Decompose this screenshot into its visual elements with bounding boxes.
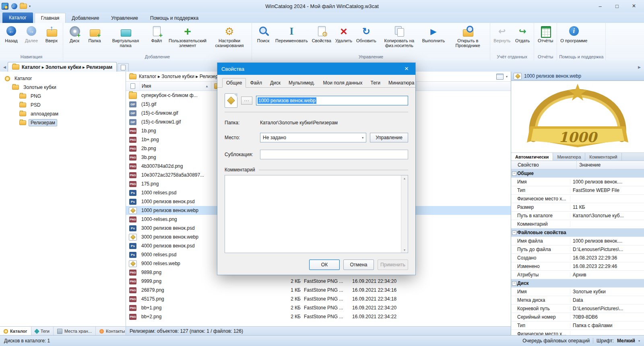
dialog-tab[interactable]: Мультимед.	[285, 78, 319, 88]
file-row[interactable]: PNG 9999.png 2 КБ FastStone PNG ... 16.0…	[126, 277, 511, 286]
dialog-close-button[interactable]: ×	[398, 63, 415, 75]
ribbon-button[interactable]: Отдать	[512, 24, 533, 44]
property-row[interactable]: Путь в каталоге Каталог\Золотые куб...	[511, 212, 644, 220]
ribbon-button[interactable]: Открыть в Проводнике	[447, 24, 489, 49]
ribbon-button[interactable]: Папка	[85, 24, 105, 44]
comment-scrollbar[interactable]: ▲ ▼	[401, 175, 408, 253]
dialog-tab[interactable]: Мои поля данных	[319, 78, 366, 88]
ribbon-button[interactable]: Удалить	[333, 24, 354, 44]
apply-button[interactable]: Применить	[378, 260, 408, 270]
property-row[interactable]: Тип Папка с файлами	[511, 321, 644, 330]
property-row[interactable]: Физическое место х...	[511, 195, 644, 203]
ribbon-tab[interactable]: Добавление	[66, 13, 105, 23]
tree-item[interactable]: аплоадерам	[0, 109, 126, 118]
left-panel-tab[interactable]: Места хран...	[54, 327, 96, 336]
ribbon-button[interactable]: Обновить	[354, 24, 378, 44]
ribbon-button[interactable]: Файл	[147, 24, 167, 44]
property-row[interactable]: Корневой путь D:\Lenouser\Pictures\...	[511, 305, 644, 313]
ribbon-button[interactable]: Вверх	[41, 24, 62, 44]
document-tab[interactable]: Каталог ▸ Золотые кубки ▸ Релизерам	[8, 62, 117, 72]
file-row[interactable]: PNG 26879.png 1 КБ FastStone PNG ... 16.…	[126, 286, 511, 295]
tree-item[interactable]: Каталог	[0, 74, 126, 83]
file-operations-queue[interactable]: Очередь файловых операций	[522, 338, 590, 344]
ribbon-button[interactable]: Поиск	[253, 24, 273, 44]
ribbon-button[interactable]: Диск	[64, 24, 85, 44]
property-row[interactable]: Физическое место х...	[511, 330, 644, 336]
file-row[interactable]: PNG bb+2.png 2 КБ FastStone PNG ... 16.0…	[126, 312, 511, 321]
browse-button[interactable]: ···	[241, 97, 252, 105]
property-row[interactable]: Имя 1000 релизов венок....	[511, 178, 644, 186]
tab-scroll-left-icon[interactable]: ◀	[2, 65, 8, 72]
ribbon-button[interactable]: Копировать на физ.носитель	[378, 24, 420, 49]
property-row[interactable]: Изменено 16.08.2023 22:29:46	[511, 262, 644, 271]
cancel-button[interactable]: Отмена	[343, 260, 374, 270]
property-row[interactable]: Комментарий	[511, 220, 644, 229]
ribbon-button[interactable]: Настройки сканирования	[208, 24, 250, 49]
ribbon-button[interactable]: Далее	[21, 24, 41, 44]
property-row[interactable]: Атрибуты Архив	[511, 271, 644, 279]
property-row[interactable]: Имя файла 1000 релизов венок....	[511, 237, 644, 245]
property-row[interactable]: Имя Золотые кубки	[511, 288, 644, 296]
qat-caret-icon[interactable]: ▾	[29, 4, 31, 8]
ribbon-tab[interactable]: Управление	[105, 13, 144, 23]
ribbon-button[interactable]: Назад	[1, 24, 21, 44]
tab-scroll-right-icon[interactable]: ▶	[636, 65, 642, 72]
sublocation-input[interactable]	[260, 150, 408, 159]
property-row[interactable]: Общие	[511, 169, 644, 178]
dialog-tab[interactable]: Диск	[266, 78, 285, 88]
preview-tab[interactable]: Комментарий	[585, 153, 621, 161]
collapse-icon[interactable]	[511, 231, 517, 235]
property-row[interactable]: Метка диска Data	[511, 296, 644, 305]
view-options-icon[interactable]	[496, 74, 504, 80]
ribbon-button[interactable]: Вернуть	[491, 24, 512, 44]
preview-tab[interactable]: Автоматически	[511, 153, 553, 161]
property-column-header[interactable]: Свойство	[511, 161, 577, 169]
property-row[interactable]: Серийный номер 70B9-8DB6	[511, 313, 644, 321]
file-row[interactable]: PNG 45175.png 2 КБ FastStone PNG ... 16.…	[126, 295, 511, 303]
dialog-tab[interactable]: Общие	[222, 78, 246, 88]
scroll-down-icon[interactable]: ▼	[403, 247, 406, 253]
close-button[interactable]: ×	[625, 0, 642, 12]
breadcrumb[interactable]: Каталог ▸ Золотые кубки ▸ Релизерам	[139, 74, 224, 79]
left-panel-tab[interactable]: Контакты	[96, 327, 129, 336]
font-size-select[interactable]: Мелкий	[617, 338, 635, 344]
property-row[interactable]: Размер 11 КБ	[511, 203, 644, 212]
ribbon-tab[interactable]: Главная	[35, 13, 66, 23]
maximize-button[interactable]: □	[609, 0, 625, 12]
property-row[interactable]: Создано 16.08.2023 22:29:36	[511, 254, 644, 262]
comment-textarea[interactable]: ▲ ▼	[225, 175, 408, 253]
ok-button[interactable]: ОК	[309, 260, 340, 270]
property-row[interactable]: Диск	[511, 279, 644, 288]
preview-tab[interactable]: Миниатюра	[553, 153, 585, 161]
ribbon-tab[interactable]: Помощь и поддержка	[144, 13, 204, 23]
ribbon-tab[interactable]: Каталог	[2, 12, 33, 23]
ribbon-button[interactable]: Пользовательский элемент	[167, 24, 208, 49]
tree-item[interactable]: Золотые кубки	[0, 83, 126, 92]
property-row[interactable]: Тип FastStone WEBP File	[511, 186, 644, 195]
dialog-tab[interactable]: Теги	[367, 78, 384, 88]
dialog-tab[interactable]: Файл	[246, 78, 266, 88]
filename-input[interactable]: 1000 релизов венок.webp	[256, 96, 408, 105]
property-row[interactable]: Файловые свойства	[511, 229, 644, 237]
value-column-header[interactable]: Значение	[577, 161, 644, 169]
left-panel-tab[interactable]: Теги	[31, 327, 54, 336]
minimize-button[interactable]: –	[592, 0, 609, 12]
tree-item[interactable]: Релизерам	[0, 118, 126, 127]
collapse-icon[interactable]	[511, 171, 517, 176]
collapse-icon[interactable]	[511, 281, 517, 286]
ribbon-button[interactable]: Выполнить	[420, 24, 447, 44]
column-header-icon[interactable]	[126, 82, 140, 91]
view-options-caret-icon[interactable]: ▾	[506, 75, 508, 78]
document-tab-secondary[interactable]	[118, 63, 129, 72]
tree-item[interactable]: PNG	[0, 92, 126, 101]
ribbon-button[interactable]: Свойства	[310, 24, 333, 44]
qat-back-button[interactable]: ←	[10, 2, 18, 10]
tree-item[interactable]: PSD	[0, 101, 126, 109]
dialog-tab[interactable]: Миниатюра	[384, 78, 418, 88]
manage-button[interactable]: Управление	[370, 133, 408, 142]
column-header-name[interactable]: Имя ▲	[140, 82, 211, 91]
font-caret-icon[interactable]: ▾	[638, 339, 640, 343]
place-select[interactable]: Не задано ▾	[260, 133, 366, 142]
scroll-up-icon[interactable]: ▲	[403, 175, 406, 181]
property-row[interactable]: Путь до файла D:\Lenouser\Pictures\...	[511, 245, 644, 254]
